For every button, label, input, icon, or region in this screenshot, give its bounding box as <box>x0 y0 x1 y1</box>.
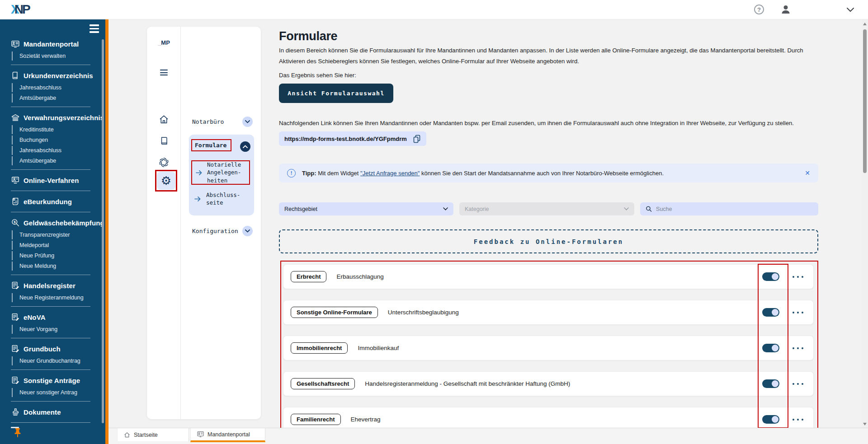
form-row: Immobilienrecht Immobilienkauf <box>283 336 814 360</box>
divider <box>11 169 90 170</box>
home-icon[interactable] <box>147 114 181 125</box>
search-input[interactable] <box>656 206 813 212</box>
feedback-button[interactable]: Feedback zu Online-Formularen <box>279 229 818 253</box>
sidebar-subitem[interactable]: Jahresabschluss <box>12 146 61 155</box>
sidebar-item-label: Sonstige Anträge <box>24 377 80 384</box>
book-icon[interactable] <box>147 136 181 146</box>
divider <box>11 338 90 338</box>
copy-icon[interactable] <box>413 135 421 143</box>
doc-pen-icon <box>11 313 19 321</box>
subnav-group-notarbuero[interactable]: Notarbüro <box>192 117 253 127</box>
sidebar-item-ebeurkundung[interactable]: eBeurkundung <box>0 195 105 208</box>
settings-tab-active[interactable]: ⚙ <box>157 172 175 190</box>
category-badge: Erbrecht <box>291 271 326 282</box>
search-icon <box>646 206 652 212</box>
sidebar-subitem[interactable]: Kreditinstitute <box>12 125 54 134</box>
row-menu-icon[interactable] <box>793 312 803 313</box>
rechtsgebiet-dropdown[interactable]: Rechtsgebiet <box>279 202 453 215</box>
annotation-gear-highlight: ⚙ <box>155 170 177 192</box>
sidebar-subitem[interactable]: Amtsübergabe <box>12 156 56 165</box>
sidebar-item-urkundenverzeichnis[interactable]: Urkundenverzeichnis <box>0 69 105 82</box>
row-menu-icon[interactable] <box>793 419 803 421</box>
subnav-item-label: Notarielle Angelegen- heiten <box>207 161 241 184</box>
sidebar-subitem[interactable]: Meldeportal <box>12 241 49 250</box>
sidebar-item-label: Mandantenportal <box>24 40 79 48</box>
form-toggle-on[interactable] <box>762 415 779 424</box>
row-menu-icon[interactable] <box>793 383 803 385</box>
sidebar-item-grundbuch[interactable]: Grundbuch <box>0 342 105 355</box>
xnp-logo[interactable]: XNP <box>11 2 30 17</box>
form-toggle-on[interactable] <box>762 379 779 388</box>
doc-pen-icon <box>11 281 19 290</box>
sidebar-subitem[interactable]: Neue Registeranmeldung <box>12 293 84 302</box>
scroll-down-arrow-icon[interactable] <box>863 423 867 425</box>
chevron-down-icon[interactable] <box>242 117 253 127</box>
openai-icon[interactable] <box>147 157 181 168</box>
sidebar-scrollbar[interactable] <box>102 39 104 423</box>
chevron-down-icon[interactable] <box>846 6 854 14</box>
sidebar-subitem[interactable]: Amtsübergabe <box>12 93 56 103</box>
row-menu-icon[interactable] <box>793 347 803 349</box>
preview-form-selection-button[interactable]: Ansicht Formularauswahl <box>279 84 393 103</box>
sidebar-item-verwahrungsverzeichnis[interactable]: Verwahrungsverzeichnis <box>0 111 105 124</box>
sidebar-subitem[interactable]: Buchungen <box>12 136 48 145</box>
filter-row: Rechtsgebiet Kategorie <box>279 202 818 215</box>
scroll-icon <box>11 197 19 206</box>
tab-label: Mandantenportal <box>208 431 250 438</box>
arrow-right-icon <box>196 170 203 176</box>
sidebar-item-sonstige-antraege[interactable]: Sonstige Anträge <box>0 374 105 387</box>
pin-icon[interactable] <box>14 428 22 439</box>
sidebar-subitem[interactable]: Transparenzregister <box>12 230 70 239</box>
divider <box>11 401 90 402</box>
share-link-chip[interactable]: https://mdp-forms-test.bnotk.de/YGFpmdrm <box>279 131 426 146</box>
sidebar-subitem[interactable]: Neuer sonstiger Antrag <box>12 388 77 397</box>
sidebar-item-dokumente[interactable]: Dokumente <box>0 406 105 418</box>
tab-startseite[interactable]: Startseite <box>117 428 189 441</box>
form-toggle-on[interactable] <box>762 344 779 352</box>
doc-pen-icon <box>11 376 19 384</box>
form-name: Unterschriftsbeglaubigung <box>388 309 459 316</box>
settings-subnav: Notarbüro Formulare Notarielle Angelegen… <box>181 27 261 419</box>
dropdown-label: Rechtsgebiet <box>284 206 317 212</box>
chevron-up-icon[interactable] <box>240 141 250 152</box>
subnav-item-abschlussseite[interactable]: Abschluss- seite <box>194 191 240 207</box>
sidebar-item-handelsregister[interactable]: Handelsregister <box>0 279 105 292</box>
divider <box>11 65 90 65</box>
sidebar-subitem[interactable]: Jahresabschluss <box>12 83 61 92</box>
subnav-item-notarielle-angelegenheiten[interactable]: Notarielle Angelegen- heiten <box>191 160 250 185</box>
main-scrollbar[interactable] <box>862 19 868 429</box>
form-list: Erbrecht Erbausschlagung Sonstige Online… <box>279 264 818 443</box>
rail-hamburger-icon[interactable] <box>160 70 168 75</box>
form-toggle-on[interactable] <box>762 272 779 281</box>
subnav-group-konfiguration[interactable]: Konfiguration <box>192 226 253 236</box>
subnav-item-formulare[interactable]: Formulare <box>191 139 231 151</box>
form-toggle-on[interactable] <box>762 308 779 317</box>
sidebar-item-geldwaeschebekaempfung[interactable]: $ Geldwäschebekämpfung <box>0 216 105 229</box>
sidebar-subitem[interactable]: Neue Meldung <box>12 262 56 271</box>
sidebar-subitem[interactable]: Neuer Grundbuchantrag <box>12 356 80 365</box>
tab-mandantenportal-active[interactable]: Mandantenportal <box>190 428 265 442</box>
sidebar-item-label: Dokumente <box>24 408 61 416</box>
help-icon[interactable]: ? <box>754 5 764 14</box>
intro-text: In diesem Bereich können Sie die Formula… <box>279 45 818 66</box>
scrollbar-thumb[interactable] <box>863 29 867 173</box>
id-card-icon <box>197 431 204 437</box>
category-badge: Gesellschaftsrecht <box>291 378 355 389</box>
close-icon[interactable]: ✕ <box>805 169 810 177</box>
sidebar-item-mandantenportal[interactable]: Mandantenportal <box>0 37 105 50</box>
subnav-group-label: Konfiguration <box>192 228 238 234</box>
sidebar-item-enova[interactable]: eNoVA <box>0 311 105 323</box>
sidebar-item-label: Online-Verfahren <box>24 177 79 184</box>
sidebar-subitem[interactable]: Neue Prüfung <box>12 251 54 260</box>
sidebar-hamburger-icon[interactable] <box>90 24 99 33</box>
page-title: Formulare <box>279 29 337 43</box>
scroll-up-arrow-icon[interactable] <box>863 23 867 25</box>
divider <box>11 369 90 370</box>
sidebar-subitem[interactable]: Neuer Vorgang <box>12 325 57 334</box>
row-menu-icon[interactable] <box>793 276 803 278</box>
sidebar-item-online-verfahren[interactable]: Online-Verfahren <box>0 174 105 187</box>
jetzt-anfrage-senden-link[interactable]: "Jetzt Anfrage senden" <box>360 170 420 177</box>
sidebar-subitem[interactable]: Sozietät verwalten <box>12 51 66 61</box>
user-icon[interactable] <box>780 4 791 17</box>
chevron-down-icon[interactable] <box>242 226 253 236</box>
